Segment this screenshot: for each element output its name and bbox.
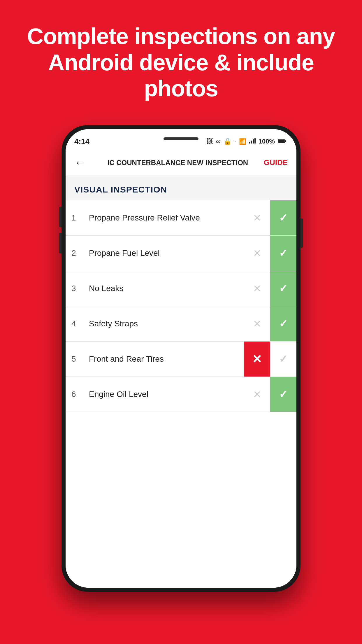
svg-rect-6 <box>278 140 284 143</box>
svg-rect-5 <box>285 140 286 142</box>
x-button[interactable]: ✕ <box>244 200 270 235</box>
x-button[interactable]: ✕ <box>244 377 270 412</box>
status-time: 4:14 <box>74 137 89 146</box>
screen-content: 4:14 🖼 ∞ 🔒 · 📶 <box>66 129 296 588</box>
item-label: No Leaks <box>83 277 244 300</box>
inspection-item: 1 Propane Pressure Relief Valve ✕ ✓ <box>66 200 296 236</box>
volume-button-1 <box>59 207 61 227</box>
item-number: 2 <box>71 249 83 258</box>
power-button <box>301 218 303 248</box>
inspection-list: 1 Propane Pressure Relief Valve ✕ ✓ 2 Pr… <box>66 200 296 588</box>
x-button[interactable]: ✕ <box>244 342 270 377</box>
x-button[interactable]: ✕ <box>244 306 270 341</box>
svg-rect-0 <box>249 142 250 144</box>
inspection-item: 4 Safety Straps ✕ ✓ <box>66 306 296 342</box>
lock-icon: 🔒 <box>224 138 231 145</box>
dot-icon: · <box>234 138 236 145</box>
x-icon: ✕ <box>253 388 261 400</box>
check-icon: ✓ <box>279 212 288 224</box>
svg-rect-2 <box>253 139 254 144</box>
check-icon: ✓ <box>279 282 288 295</box>
svg-rect-1 <box>251 141 252 144</box>
phone-speaker <box>164 137 198 140</box>
phone-body: 4:14 🖼 ∞ 🔒 · 📶 <box>61 125 301 592</box>
check-icon: ✓ <box>279 388 288 400</box>
item-label: Propane Pressure Relief Valve <box>83 207 244 229</box>
item-actions: ✕ ✓ <box>244 342 296 377</box>
volume-button-2 <box>59 233 61 253</box>
check-icon: ✓ <box>279 318 288 330</box>
check-button[interactable]: ✓ <box>270 200 296 235</box>
battery-icon <box>278 138 286 145</box>
phone-screen: 4:14 🖼 ∞ 🔒 · 📶 <box>66 129 296 588</box>
phone-mockup: 4:14 🖼 ∞ 🔒 · 📶 <box>61 125 301 592</box>
inspection-item: 2 Propane Fuel Level ✕ ✓ <box>66 236 296 271</box>
section-header: VISUAL INSPECTION <box>66 176 296 200</box>
x-icon: ✕ <box>252 352 262 366</box>
wifi-icon: 📶 <box>239 138 246 145</box>
x-icon: ✕ <box>253 212 261 224</box>
item-actions: ✕ ✓ <box>244 271 296 306</box>
guide-button[interactable]: GUIDE <box>264 158 288 167</box>
svg-rect-3 <box>254 138 256 144</box>
item-label: Engine Oil Level <box>83 383 244 405</box>
page-title: IC COUNTERBALANCE NEW INSPECTION <box>92 158 264 167</box>
check-icon: ✓ <box>279 247 288 259</box>
item-number: 4 <box>71 319 83 328</box>
item-label: Safety Straps <box>83 313 244 335</box>
item-actions: ✕ ✓ <box>244 236 296 271</box>
x-button[interactable]: ✕ <box>244 271 270 306</box>
item-number: 6 <box>71 390 83 399</box>
gallery-icon: 🖼 <box>207 138 213 145</box>
item-number: 5 <box>71 354 83 364</box>
status-icons: 🖼 ∞ 🔒 · 📶 100 <box>207 138 286 145</box>
battery-percent: 100% <box>259 138 275 145</box>
check-button[interactable]: ✓ <box>270 342 296 377</box>
item-label: Front and Rear Tires <box>83 348 244 370</box>
inspection-item: 5 Front and Rear Tires ✕ ✓ <box>66 342 296 377</box>
signal-icon <box>249 138 256 145</box>
x-icon: ✕ <box>253 283 261 294</box>
section-title: VISUAL INSPECTION <box>74 185 288 195</box>
item-number: 1 <box>71 213 83 223</box>
inspection-item: 3 No Leaks ✕ ✓ <box>66 271 296 306</box>
item-actions: ✕ ✓ <box>244 200 296 235</box>
item-number: 3 <box>71 284 83 293</box>
top-bar: ← IC COUNTERBALANCE NEW INSPECTION GUIDE <box>66 150 296 176</box>
check-button[interactable]: ✓ <box>270 306 296 341</box>
voicemail-icon: ∞ <box>216 138 221 145</box>
check-button[interactable]: ✓ <box>270 271 296 306</box>
item-label: Propane Fuel Level <box>83 242 244 264</box>
check-icon: ✓ <box>279 353 288 365</box>
hero-title: Complete inspections on any Android devi… <box>0 0 362 119</box>
inspection-item: 6 Engine Oil Level ✕ ✓ <box>66 377 296 412</box>
item-actions: ✕ ✓ <box>244 377 296 412</box>
x-icon: ✕ <box>253 247 261 259</box>
back-button[interactable]: ← <box>74 156 92 169</box>
x-button[interactable]: ✕ <box>244 236 270 271</box>
x-icon: ✕ <box>253 318 261 330</box>
check-button[interactable]: ✓ <box>270 377 296 412</box>
item-actions: ✕ ✓ <box>244 306 296 341</box>
check-button[interactable]: ✓ <box>270 236 296 271</box>
